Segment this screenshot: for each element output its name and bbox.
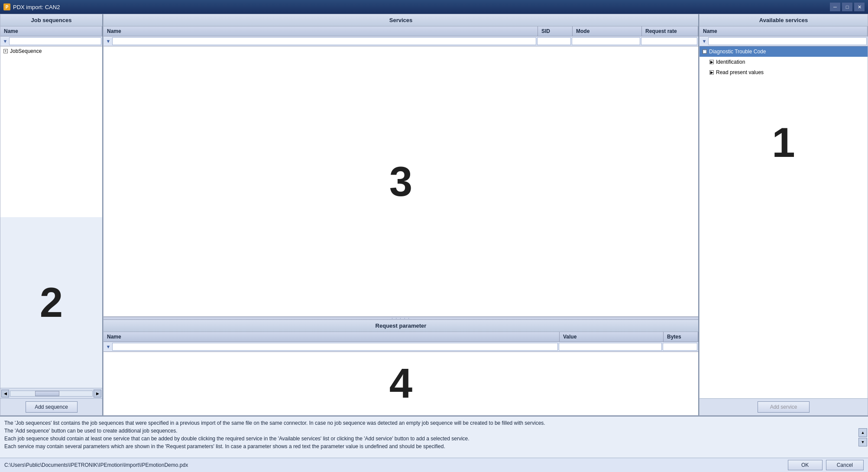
available-services-filter-input[interactable] [708,37,867,45]
close-button[interactable]: ✕ [854,3,865,11]
app-icon: P [3,3,10,10]
services-table-header: Name SID Mode Request rate [104,26,698,36]
service-name-col-header: Name [104,26,538,36]
job-sequences-body[interactable]: + JobSequence [0,46,102,217]
available-services-filter-row: ▼ [700,36,868,46]
request-param-filter-row: ▼ [104,342,698,352]
service-mode-filter[interactable] [572,37,640,45]
scroll-left-btn[interactable]: ◀ [1,390,9,397]
filter-icon-req: ▼ [104,343,112,351]
add-sequence-area: Add sequence [0,398,102,415]
status-area: The 'Job sequences' list contains the jo… [0,416,868,472]
req-name-col-header: Name [104,332,560,342]
services-body[interactable]: 3 [104,46,698,316]
service-name-filter[interactable] [112,37,536,45]
big-number-1: 1 [700,119,868,166]
big-number-1-container: 1 [700,78,868,208]
tree-row[interactable]: + JobSequence [0,46,102,56]
avail-item-identification-label: Identification [715,59,745,65]
request-param-body[interactable]: 4 [104,352,698,415]
tree-expand-readpresent[interactable]: ▶ [708,69,715,76]
job-sequences-filter-row: ▼ [0,36,102,46]
window-title: PDX import: CAN2 [13,4,60,10]
status-scroll-down-btn[interactable]: ▼ [858,438,867,446]
request-parameter-header: Request parameter [104,320,698,332]
file-path-bar: C:\Users\Public\Documents\IPETRONIK\IPEm… [0,458,868,472]
services-section: Services Name SID Mode Request rate ▼ 3 [104,14,698,316]
service-sid-filter[interactable] [537,37,571,45]
title-buttons[interactable]: ─ □ ✕ [830,3,865,11]
big-number-3: 3 [104,158,698,205]
req-name-filter[interactable] [112,343,558,351]
tree-expand-dtc[interactable]: ▶ [701,48,708,55]
add-sequence-button[interactable]: Add sequence [26,401,78,413]
avail-item-readpresent-label: Read present values [715,69,764,75]
avail-item-dtc[interactable]: ▶ Diagnostic Trouble Code [700,46,868,57]
title-bar-left: P PDX import: CAN2 [3,3,60,10]
avail-item-read-present[interactable]: ▶ Read present values [700,67,868,78]
job-sequences-table-header: Name [0,26,102,36]
status-description-row: The 'Job sequences' list contains the jo… [0,417,868,458]
add-service-area: Add service [700,398,868,415]
req-bytes-col-header: Bytes [664,332,698,342]
job-sequences-filter-input[interactable] [9,37,101,45]
service-rate-col-header: Request rate [642,26,698,36]
scroll-track[interactable] [10,391,93,397]
job-sequence-label: JobSequence [9,48,42,54]
request-param-table-header: Name Value Bytes [104,332,698,342]
title-bar: P PDX import: CAN2 ─ □ ✕ [0,0,868,14]
main-content: Job sequences Name ▼ + JobSequence 2 ◀ [0,14,868,416]
center-panel: Services Name SID Mode Request rate ▼ 3 [103,14,699,416]
cancel-button[interactable]: Cancel [826,460,864,470]
filter-icon-job: ▼ [1,37,9,45]
expand-icon-ident[interactable]: ▶ [709,60,714,64]
service-mode-col-header: Mode [573,26,642,36]
center-splitter[interactable]: · · · · · [104,316,698,320]
tree-expand-job[interactable]: + [2,48,9,55]
service-rate-filter[interactable] [641,37,697,45]
expand-icon-job[interactable]: + [3,49,8,53]
status-scroll-up-btn[interactable]: ▲ [858,428,867,437]
restore-button[interactable]: □ [842,3,852,11]
big-number-4: 4 [104,360,698,407]
file-path-text: C:\Users\Public\Documents\IPETRONIK\IPEm… [4,462,188,468]
filter-icon-avail: ▼ [700,37,708,45]
desc-line-2: The 'Add sequence' button can be used to… [4,428,178,434]
filter-icon-svc: ▼ [104,37,112,45]
tree-expand-ident[interactable]: ▶ [708,59,715,65]
ok-button[interactable]: OK [788,460,823,470]
job-sequences-header: Job sequences [0,14,102,26]
expand-icon-readpresent[interactable]: ▶ [709,70,714,75]
services-header: Services [104,14,698,26]
available-services-panel: Available services Name ▼ ▶ Diagnostic T… [699,14,868,416]
req-value-col-header: Value [560,332,664,342]
scroll-right-btn[interactable]: ▶ [94,390,101,397]
available-services-table-header: Name [700,26,868,36]
available-services-header: Available services [700,14,868,26]
services-filter-row: ▼ [104,36,698,46]
request-parameter-section: Request parameter Name Value Bytes ▼ 4 [104,320,698,415]
avail-name-col-header: Name [700,26,868,36]
minimize-button[interactable]: ─ [830,3,840,11]
job-sequences-panel: Job sequences Name ▼ + JobSequence 2 ◀ [0,14,103,416]
dialog-buttons[interactable]: OK Cancel [788,460,864,470]
description-text: The 'Job sequences' list contains the jo… [0,417,858,458]
status-scroll-indicator[interactable]: ▲ ▼ [858,417,868,458]
desc-line-1: The 'Job sequences' list contains the jo… [4,420,545,426]
avail-item-dtc-label: Diagnostic Trouble Code [708,49,766,55]
scroll-thumb[interactable] [35,391,60,396]
available-services-body[interactable]: ▶ Diagnostic Trouble Code ▶ Identificati… [700,46,868,398]
desc-line-4: Each service may contain several paramet… [4,443,445,449]
big-number-2: 2 [0,217,102,388]
service-sid-col-header: SID [538,26,573,36]
job-name-column-header: Name [0,26,102,36]
horizontal-scrollbar[interactable]: ◀ ▶ [0,388,102,398]
desc-line-3: Each job sequence should contain at leas… [4,436,470,442]
req-value-filter[interactable] [559,343,662,351]
avail-item-identification[interactable]: ▶ Identification [700,57,868,67]
req-bytes-filter[interactable] [663,343,697,351]
expand-icon-dtc[interactable]: ▶ [703,49,707,54]
add-service-button[interactable]: Add service [758,401,810,413]
